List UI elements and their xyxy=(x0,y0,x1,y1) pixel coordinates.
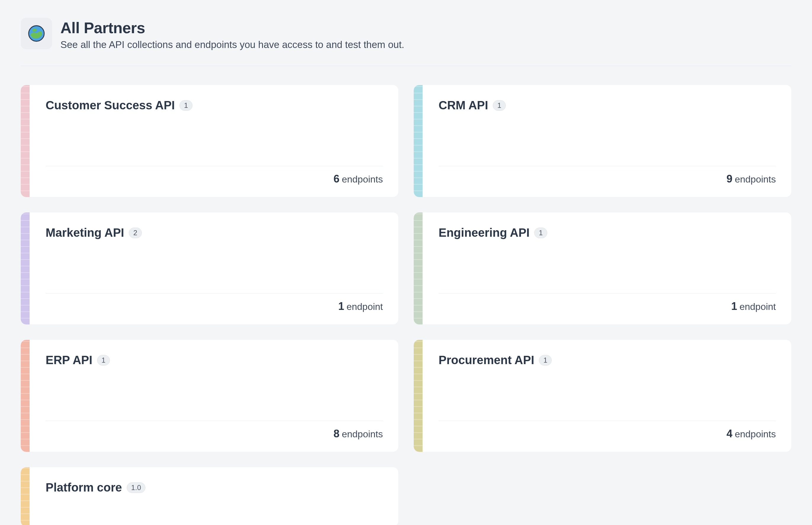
endpoint-label: endpoint xyxy=(347,301,383,312)
card-divider xyxy=(439,166,776,166)
api-card-grid: Customer Success API 1 6 endpoints CRM A… xyxy=(21,85,791,525)
api-card[interactable]: Procurement API 1 4 endpoints xyxy=(414,340,791,452)
card-title: Platform core xyxy=(46,481,122,494)
card-footer: 6 endpoints xyxy=(46,173,383,185)
card-accent-stripe xyxy=(21,85,30,197)
card-badge: 1 xyxy=(97,355,110,365)
card-divider xyxy=(439,293,776,294)
endpoint-label: endpoints xyxy=(342,429,383,440)
card-divider xyxy=(46,421,383,421)
page-subtitle: See all the API collections and endpoint… xyxy=(60,39,404,50)
api-card[interactable]: CRM API 1 9 endpoints xyxy=(414,85,791,197)
card-badge: 1 xyxy=(534,227,547,238)
card-title: Customer Success API xyxy=(46,99,175,112)
card-divider xyxy=(439,421,776,421)
card-title: Engineering API xyxy=(439,226,530,239)
endpoint-label: endpoints xyxy=(342,174,383,185)
card-footer: 1 endpoint xyxy=(439,300,776,313)
api-card[interactable]: Engineering API 1 1 endpoint xyxy=(414,212,791,325)
endpoint-count: 9 xyxy=(726,173,732,185)
card-badge: 2 xyxy=(129,227,141,238)
card-title: ERP API xyxy=(46,354,92,367)
api-card[interactable]: Platform core 1.0 xyxy=(21,467,398,525)
endpoint-label: endpoints xyxy=(735,429,776,440)
api-card[interactable]: ERP API 1 8 endpoints xyxy=(21,340,398,452)
card-footer: 9 endpoints xyxy=(439,173,776,185)
endpoint-label: endpoints xyxy=(735,174,776,185)
card-badge: 1 xyxy=(180,100,192,111)
card-accent-stripe xyxy=(414,85,423,197)
card-accent-stripe xyxy=(414,212,423,325)
card-badge: 1.0 xyxy=(127,482,145,493)
endpoint-count: 4 xyxy=(726,427,732,440)
card-accent-stripe xyxy=(414,340,423,452)
card-footer: 8 endpoints xyxy=(46,427,383,440)
card-badge: 1 xyxy=(493,100,506,111)
card-badge: 1 xyxy=(539,355,552,365)
card-accent-stripe xyxy=(21,212,30,325)
card-accent-stripe xyxy=(21,340,30,452)
globe-icon xyxy=(21,18,52,49)
api-card[interactable]: Marketing API 2 1 endpoint xyxy=(21,212,398,325)
card-title: Procurement API xyxy=(439,354,534,367)
card-accent-stripe xyxy=(21,467,30,525)
page-header: All Partners See all the API collections… xyxy=(21,18,791,66)
endpoint-count: 1 xyxy=(731,300,737,313)
card-divider xyxy=(46,293,383,294)
card-title: Marketing API xyxy=(46,226,124,239)
card-footer: 4 endpoints xyxy=(439,427,776,440)
api-card[interactable]: Customer Success API 1 6 endpoints xyxy=(21,85,398,197)
endpoint-count: 8 xyxy=(334,427,339,440)
card-title: CRM API xyxy=(439,99,488,112)
card-divider xyxy=(46,166,383,166)
endpoint-count: 6 xyxy=(334,173,339,185)
endpoint-label: endpoint xyxy=(739,301,776,312)
page-title: All Partners xyxy=(60,19,404,37)
endpoint-count: 1 xyxy=(338,300,344,313)
card-footer: 1 endpoint xyxy=(46,300,383,313)
